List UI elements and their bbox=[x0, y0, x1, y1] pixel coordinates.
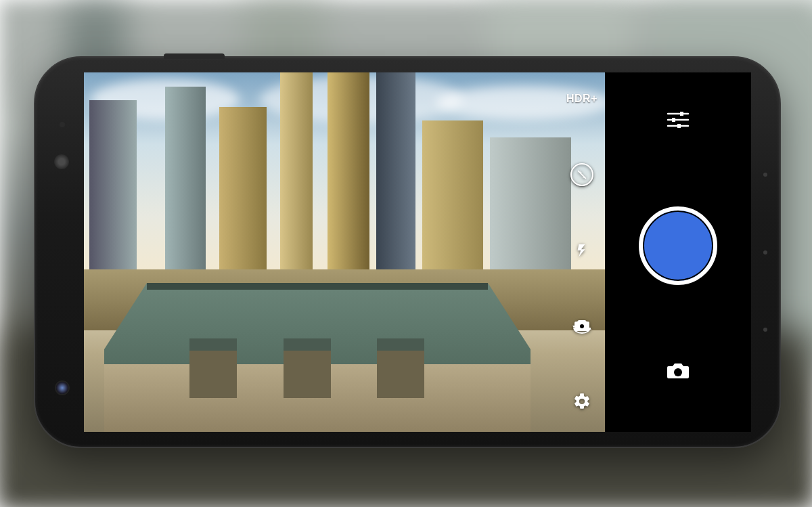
shutter-button[interactable] bbox=[639, 206, 717, 285]
settings-icon[interactable] bbox=[572, 392, 591, 411]
svg-rect-8 bbox=[672, 118, 675, 122]
hw-indicator bbox=[763, 328, 767, 332]
camera-viewfinder[interactable]: HDR+ + − bbox=[84, 72, 605, 432]
hdr-toggle[interactable]: HDR+ bbox=[566, 93, 597, 105]
flash-icon[interactable] bbox=[574, 243, 589, 258]
proximity-sensor bbox=[60, 122, 65, 127]
sliders-icon[interactable] bbox=[664, 106, 692, 133]
svg-rect-7 bbox=[680, 112, 683, 116]
viewfinder-scene bbox=[84, 72, 605, 432]
svg-point-3 bbox=[579, 324, 585, 329]
phone-frame: HDR+ + − bbox=[34, 56, 781, 448]
screen: HDR+ + − bbox=[84, 72, 751, 432]
hw-indicator bbox=[763, 173, 767, 177]
svg-point-10 bbox=[674, 368, 682, 376]
svg-text:−: − bbox=[583, 174, 586, 180]
front-camera-hw bbox=[56, 382, 68, 394]
exposure-icon[interactable]: + − bbox=[570, 163, 593, 186]
earpiece-speaker bbox=[54, 154, 69, 169]
svg-rect-9 bbox=[677, 124, 681, 128]
power-button-hw bbox=[164, 53, 225, 59]
camera-mode-icon[interactable] bbox=[664, 357, 692, 384]
switch-camera-icon[interactable] bbox=[572, 317, 592, 334]
hw-indicator bbox=[763, 250, 767, 255]
camera-controls-bar bbox=[605, 72, 751, 432]
